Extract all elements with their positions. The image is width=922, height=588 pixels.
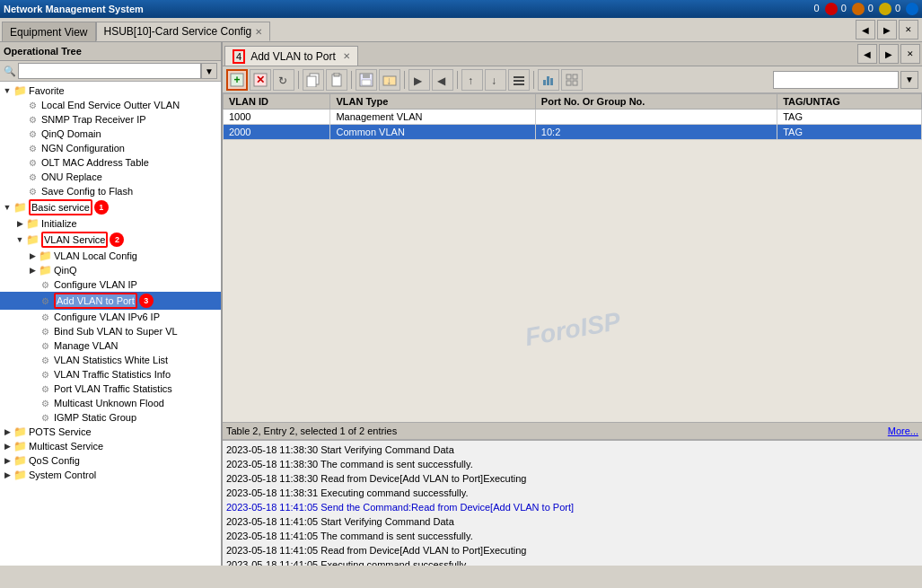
log-area: 2023-05-18 11:38:30 Start Verifying Comm… [223, 440, 922, 566]
send-btn[interactable]: ▶ [408, 69, 430, 91]
tree-item-save-config[interactable]: ⚙ Save Config to Flash [0, 184, 221, 198]
search-dropdown-btn[interactable]: ▼ [201, 63, 217, 79]
tree-item-favorite[interactable]: ▼ 📁 Favorite [0, 83, 221, 98]
down-btn[interactable]: ↓ [485, 69, 506, 91]
log-line: 2023-05-18 11:38:30 Start Verifying Comm… [226, 443, 918, 457]
tree-item-igmp-static[interactable]: ⚙ IGMP Static Group [0, 410, 221, 425]
leaf-icon: ⚙ [38, 411, 52, 424]
leaf-icon: ⚙ [25, 185, 40, 197]
cell-tag-untag: TAG [777, 125, 922, 140]
receive-btn[interactable]: ◀ [432, 69, 453, 91]
svg-rect-25 [573, 75, 577, 79]
tree-item-vlan-traffic-stats[interactable]: ⚙ VLAN Traffic Statistics Info [0, 367, 221, 382]
search-icon: 🔍 [4, 66, 16, 77]
right-panel-nav-close[interactable]: ✕ [900, 44, 920, 64]
tree-badge-1: 1 [94, 200, 109, 215]
tree-item-basic-service[interactable]: ▼ 📁 Basic service 1 [0, 198, 221, 216]
tree-item-qos-config[interactable]: ▶ 📁 QoS Config [0, 453, 221, 468]
tree-item-onu-replace[interactable]: ⚙ ONU Replace [0, 170, 221, 184]
expand-icon[interactable]: ▶ [2, 426, 13, 437]
tab-card-service-config[interactable]: HSUB[10]-Card Service Config ✕ [96, 22, 271, 41]
tree-badge-3: 3 [139, 294, 154, 308]
tree-item-vlan-local-config[interactable]: ▶ 📁 VLAN Local Config [0, 249, 221, 263]
dot-orange[interactable] [852, 3, 865, 15]
tab-add-vlan-to-port[interactable]: 4 Add VLAN to Port ✕ [224, 46, 358, 66]
tree-item-qinq[interactable]: ▶ 📁 QinQ [0, 263, 221, 277]
expand-icon[interactable]: ▼ [2, 202, 13, 213]
search-input[interactable] [18, 63, 201, 79]
delete-record-btn[interactable]: ✕ [250, 69, 271, 91]
toolbar-sep-4 [457, 71, 458, 89]
log-line: 2023-05-18 11:41:05 The command is sent … [226, 529, 918, 543]
leaf-icon: ⚙ [38, 325, 52, 338]
expand-icon[interactable]: ▶ [2, 455, 13, 466]
svg-text:+: + [233, 74, 240, 86]
table-search-dropdown[interactable]: ▼ [900, 71, 918, 89]
tree-item-multicast-unknown[interactable]: ⚙ Multicast Unknown Flood [0, 396, 221, 410]
right-panel-nav-prev[interactable]: ◀ [857, 44, 877, 64]
col-vlan-id: VLAN ID [224, 94, 330, 110]
expand-icon[interactable]: ▶ [14, 218, 25, 229]
tree-badge-2: 2 [110, 233, 124, 247]
tree-item-configure-vlan-ip[interactable]: ⚙ Configure VLAN IP [0, 277, 221, 292]
expand-icon[interactable]: ▶ [27, 250, 38, 261]
log-line: 2023-05-18 11:41:05 Send the Command:Rea… [226, 500, 918, 514]
table-search-input[interactable] [773, 71, 899, 89]
add-record-btn[interactable]: + [226, 69, 248, 91]
svg-rect-23 [550, 78, 553, 85]
tree-item-local-end[interactable]: ⚙ Local End Service Outter VLAN [0, 98, 221, 112]
tree-item-manage-vlan[interactable]: ⚙ Manage VLAN [0, 338, 221, 353]
cell-vlan-type: Management VLAN [330, 110, 535, 125]
save-btn[interactable] [356, 69, 377, 91]
nav-next-btn[interactable]: ▶ [877, 20, 897, 39]
table-row[interactable]: 2000 Common VLAN 10:2 TAG [224, 125, 922, 140]
tree-item-qinq-domain[interactable]: ⚙ QinQ Domain [0, 127, 221, 141]
menu-btn[interactable] [508, 69, 530, 91]
chart-btn[interactable] [538, 69, 559, 91]
import-btn[interactable]: ↓ [379, 69, 400, 91]
folder-icon: 📁 [13, 201, 27, 214]
tree-item-system-control[interactable]: ▶ 📁 System Control [0, 468, 221, 482]
copy-btn[interactable] [303, 69, 324, 91]
tree-item-initialize[interactable]: ▶ 📁 Initialize [0, 216, 221, 231]
tree-label: OLT MAC Address Table [41, 157, 149, 168]
log-line: 2023-05-18 11:41:05 Executing command su… [226, 557, 918, 566]
expand-icon[interactable]: ▶ [2, 441, 13, 452]
dot-red[interactable] [825, 3, 838, 15]
cell-tag-untag: TAG [777, 110, 922, 125]
right-tab-close-icon[interactable]: ✕ [343, 51, 350, 61]
window-controls: ◀ ▶ ✕ [852, 18, 922, 41]
nav-prev-btn[interactable]: ◀ [856, 20, 875, 39]
expand-icon[interactable]: ▼ [14, 234, 25, 245]
tree-item-add-vlan-to-port[interactable]: ⚙ Add VLAN to Port 3 [0, 292, 221, 310]
toolbar-sep-2 [351, 71, 352, 89]
paste-btn[interactable] [326, 69, 347, 91]
expand-icon[interactable]: ▼ [2, 85, 13, 96]
tree-item-olt-mac[interactable]: ⚙ OLT MAC Address Table [0, 155, 221, 170]
tree-item-port-vlan-traffic[interactable]: ⚙ Port VLAN Traffic Statistics [0, 382, 221, 396]
tab-close-icon[interactable]: ✕ [255, 27, 262, 37]
tree-item-vlan-service[interactable]: ▼ 📁 VLAN Service 2 [0, 231, 221, 249]
cell-port-no [535, 110, 777, 125]
title-bar-text: Network Management System [4, 4, 144, 14]
right-panel-nav-next[interactable]: ▶ [879, 44, 899, 64]
tree-item-snmp-trap[interactable]: ⚙ SNMP Trap Receiver IP [0, 112, 221, 127]
dot-yellow[interactable] [879, 3, 891, 15]
expand-icon[interactable]: ▶ [27, 265, 38, 276]
grid-btn[interactable] [561, 69, 583, 91]
tree-item-pots-service[interactable]: ▶ 📁 POTS Service [0, 425, 221, 439]
refresh-btn[interactable]: ↻ [273, 69, 294, 91]
nav-close-btn[interactable]: ✕ [899, 20, 918, 39]
tree-item-multicast-service[interactable]: ▶ 📁 Multicast Service [0, 439, 221, 453]
tree-item-ngn-config[interactable]: ⚙ NGN Configuration [0, 141, 221, 155]
tree-item-bind-sub-vlan[interactable]: ⚙ Bind Sub VLAN to Super VL [0, 324, 221, 338]
dot-blue[interactable] [906, 3, 918, 15]
up-btn[interactable]: ↑ [461, 69, 483, 91]
leaf-icon: ⚙ [38, 354, 52, 366]
tree-item-vlan-stats-white[interactable]: ⚙ VLAN Statistics White List [0, 353, 221, 367]
more-link[interactable]: More... [888, 426, 918, 436]
table-row[interactable]: 1000 Management VLAN TAG [224, 110, 922, 125]
tab-equipment-view[interactable]: Equipment View [2, 22, 96, 41]
expand-icon[interactable]: ▶ [2, 470, 13, 480]
tree-item-configure-vlan-ipv6[interactable]: ⚙ Configure VLAN IPv6 IP [0, 310, 221, 324]
